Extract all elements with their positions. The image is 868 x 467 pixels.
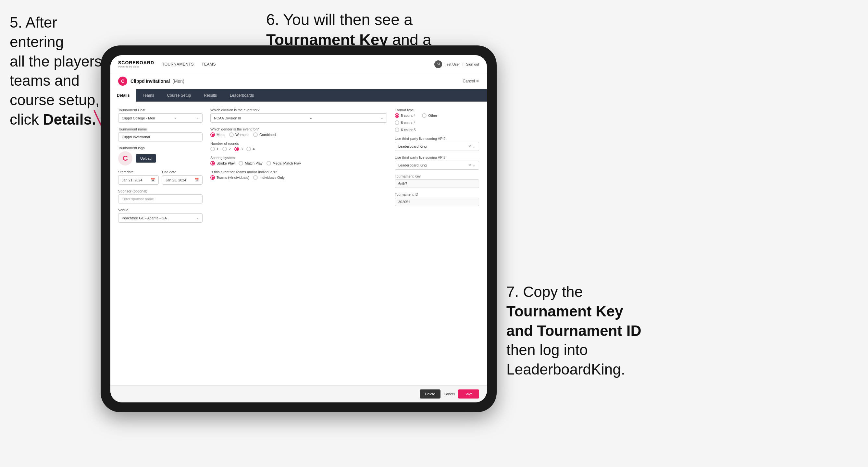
format-radio-group: 5 count 4 6 count 4 6 count 5 <box>395 113 479 132</box>
tournament-logo-icon: C <box>118 76 127 86</box>
rounds-radio-3[interactable] <box>235 147 239 151</box>
tournament-header: C Clippd Invitational (Men) Cancel ✕ <box>111 73 487 89</box>
logo-field: Tournament logo C Upload <box>118 146 203 165</box>
format-label: Format type <box>395 108 479 112</box>
start-date-field: Start date Jan 21, 2024 📅 <box>118 170 159 185</box>
scoring-radio-medal[interactable] <box>267 161 271 165</box>
bottom-actions: Delete Cancel Save <box>111 385 487 402</box>
tablet-screen: SCOREBOARD Powered by clippt TOURNAMENTS… <box>111 55 487 402</box>
format-option-6count5[interactable]: 6 count 5 <box>395 128 415 132</box>
tournament-key-field: Tournament Key 6efb7 <box>395 174 479 188</box>
rounds-option-4[interactable]: 4 <box>246 147 254 151</box>
format-radio-5count4[interactable] <box>395 113 399 118</box>
calendar-icon-end: 📅 <box>194 178 199 182</box>
gender-radio-womens[interactable] <box>229 132 234 137</box>
rounds-radio-1[interactable] <box>210 147 215 151</box>
teams-label: Is this event for Teams and/or Individua… <box>210 170 387 174</box>
venue-chevron: ⌄ <box>196 216 199 220</box>
rounds-option-2[interactable]: 2 <box>222 147 230 151</box>
third-party-2-select[interactable]: Leaderboard King ✕ ⌄ <box>395 161 479 170</box>
start-date-label: Start date <box>118 170 159 174</box>
teams-radio-teams[interactable] <box>210 175 215 180</box>
venue-select[interactable]: Peachtree GC - Atlanta - GA ⌄ <box>118 213 203 223</box>
tab-teams[interactable]: Teams <box>136 89 160 101</box>
tab-leaderboards[interactable]: Leaderboards <box>223 89 260 101</box>
date-row: Start date Jan 21, 2024 📅 End date Jan 2… <box>118 170 203 185</box>
rounds-field: Number of rounds 1 2 3 <box>210 142 387 151</box>
tabs-bar: Details Teams Course Setup Results Leade… <box>111 89 487 101</box>
gender-option-combined[interactable]: Combined <box>253 132 276 137</box>
gender-radio-mens[interactable] <box>210 132 215 137</box>
third-party-1-select[interactable]: Leaderboard King ✕ ⌄ <box>395 142 479 151</box>
signout-link[interactable]: Sign out <box>466 62 479 66</box>
scoring-option-stroke[interactable]: Stroke Play <box>210 161 235 165</box>
format-radio-other[interactable] <box>422 113 427 118</box>
sponsor-input[interactable]: Enter sponsor name <box>118 194 203 204</box>
gender-radio-combined[interactable] <box>253 132 258 137</box>
nav-teams[interactable]: TEAMS <box>202 61 216 68</box>
third-party-2-label: Use third-party live scoring API? <box>395 155 479 159</box>
start-date-input[interactable]: Jan 21, 2024 📅 <box>118 175 159 185</box>
end-date-input[interactable]: Jan 23, 2024 📅 <box>162 175 203 185</box>
teams-radio-individuals[interactable] <box>253 175 258 180</box>
tournament-title: Clippd Invitational (Men) <box>130 79 184 84</box>
header-cancel-button[interactable]: Cancel ✕ <box>463 79 479 84</box>
annotation-bottom-right: 7. Copy the Tournament Key and Tournamen… <box>506 282 669 379</box>
format-option-6count4[interactable]: 6 count 4 <box>395 120 415 125</box>
rounds-label: Number of rounds <box>210 142 387 145</box>
format-radio-6count5[interactable] <box>395 128 399 132</box>
cancel-button[interactable]: Cancel <box>444 392 455 396</box>
name-input[interactable]: Clippd Invitational <box>118 132 203 142</box>
clear-third-party-2[interactable]: ✕ ⌄ <box>468 163 475 167</box>
save-button[interactable]: Save <box>458 390 479 399</box>
teams-option-teams[interactable]: Teams (+Individuals) <box>210 175 249 180</box>
teams-option-individuals[interactable]: Individuals Only <box>253 175 285 180</box>
scoring-radio-match[interactable] <box>239 161 243 165</box>
name-label: Tournament name <box>118 127 203 131</box>
tournament-key-value: 6efb7 <box>395 180 479 188</box>
rounds-radio-2[interactable] <box>222 147 227 151</box>
division-select[interactable]: NCAA Division III ⌄ <box>210 113 387 123</box>
delete-button[interactable]: Delete <box>420 390 440 399</box>
venue-field: Venue Peachtree GC - Atlanta - GA ⌄ <box>118 208 203 223</box>
scoring-option-medal[interactable]: Medal Match Play <box>267 161 301 165</box>
middle-column: Which division is the event for? NCAA Di… <box>210 108 387 379</box>
clear-third-party-1[interactable]: ✕ ⌄ <box>468 144 475 149</box>
format-radio-6count4[interactable] <box>395 120 399 125</box>
rounds-option-3[interactable]: 3 <box>235 147 243 151</box>
scoring-label: Scoring system <box>210 156 387 160</box>
nav-separator: | <box>463 62 464 66</box>
tab-course-setup[interactable]: Course Setup <box>161 89 197 101</box>
teams-radio-group: Teams (+Individuals) Individuals Only <box>210 175 387 180</box>
gender-option-womens[interactable]: Womens <box>229 132 249 137</box>
third-party-1-field: Use third-party live scoring API? Leader… <box>395 136 479 151</box>
host-label: Tournament Host <box>118 108 203 112</box>
end-date-field: End date Jan 23, 2024 📅 <box>162 170 203 185</box>
logo-upload-area: C Upload <box>118 151 203 165</box>
logo-area: SCOREBOARD Powered by clippt <box>118 60 154 68</box>
host-select[interactable]: Clippd College - Men ⌄ <box>118 113 203 123</box>
scoring-radio-stroke[interactable] <box>210 161 215 165</box>
upload-button[interactable]: Upload <box>136 154 156 163</box>
tab-details[interactable]: Details <box>111 89 136 101</box>
annotation-left: 5. After entering all the players, teams… <box>10 13 114 129</box>
scoring-option-match[interactable]: Match Play <box>239 161 262 165</box>
rounds-radio-group: 1 2 3 4 <box>210 147 387 151</box>
format-field: Format type 5 count 4 6 count 4 <box>395 108 479 132</box>
sponsor-field: Sponsor (optional) Enter sponsor name <box>118 189 203 204</box>
gender-option-mens[interactable]: Mens <box>210 132 225 137</box>
sponsor-label: Sponsor (optional) <box>118 189 203 193</box>
calendar-icon: 📅 <box>151 178 155 182</box>
logo-sub: Powered by clippt <box>118 65 154 68</box>
tournament-key-label: Tournament Key <box>395 174 479 178</box>
right-column: Format type 5 count 4 6 count 4 <box>395 108 479 379</box>
format-option-5count4[interactable]: 5 count 4 <box>395 113 415 118</box>
division-label: Which division is the event for? <box>210 108 387 112</box>
format-option-other[interactable]: Other <box>422 113 437 118</box>
rounds-radio-4[interactable] <box>246 147 251 151</box>
tab-results[interactable]: Results <box>197 89 223 101</box>
rounds-option-1[interactable]: 1 <box>210 147 218 151</box>
logo-preview: C <box>118 151 132 165</box>
main-content: Tournament Host Clippd College - Men ⌄ T… <box>111 101 487 385</box>
nav-tournaments[interactable]: TOURNAMENTS <box>162 61 194 68</box>
